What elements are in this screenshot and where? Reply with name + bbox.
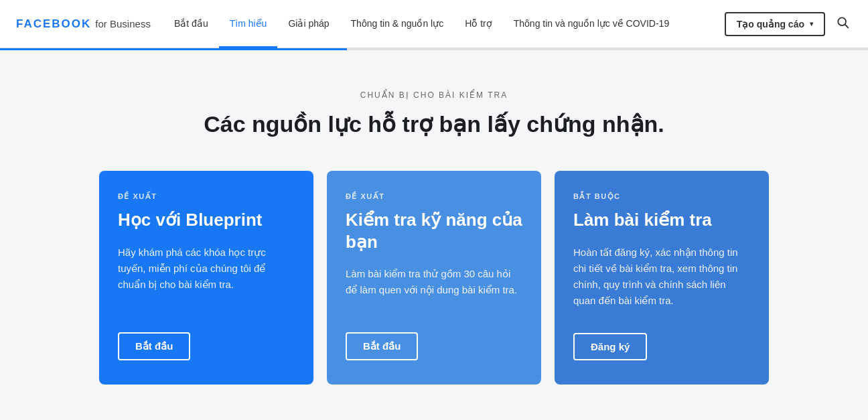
svg-line-1 [845,25,849,28]
card-title-2: Kiểm tra kỹ năng của bạn [346,209,522,253]
page-title: Các nguồn lực hỗ trợ bạn lấy chứng nhận. [16,111,852,137]
main-nav: Bắt đầu Tìm hiểu Giải pháp Thông tin & n… [163,0,725,48]
search-button[interactable] [833,13,852,35]
create-ad-label: Tạo quảng cáo [737,19,804,29]
card-tag-1: ĐỀ XUẤT [118,192,295,201]
nav-item-tim-hieu[interactable]: Tìm hiểu [219,0,278,48]
card-description-1: Hãy khám phá các khóa học trực tuyến, mi… [118,244,295,308]
cards-container: ĐỀ XUẤT Học với Blueprint Hãy khám phá c… [79,171,789,384]
card-tag-3: BẮT BUỘC [573,192,750,201]
nav-item-covid[interactable]: Thông tin và nguồn lực về COVID-19 [503,0,680,48]
nav-item-giai-phap[interactable]: Giải pháp [277,0,340,48]
logo-for-business: for Business [95,18,151,29]
page-subtitle: CHUẨN BỊ CHO BÀI KIỂM TRA [16,90,852,100]
nav-item-thong-tin[interactable]: Thông tin & nguồn lực [340,0,455,48]
card-button-3[interactable]: Đăng ký [573,333,647,360]
chevron-down-icon: ▾ [810,20,813,27]
logo-facebook: FACEBOOK [16,17,91,31]
card-description-2: Làm bài kiểm tra thử gồm 30 câu hỏi để l… [346,266,522,308]
nav-item-ho-tro[interactable]: Hỗ trợ [454,0,503,48]
card-button-1[interactable]: Bắt đầu [118,332,190,360]
card-blueprint: ĐỀ XUẤT Học với Blueprint Hãy khám phá c… [99,171,313,384]
card-title-1: Học với Blueprint [118,209,295,231]
card-tag-2: ĐỀ XUẤT [346,192,522,201]
header: FACEBOOK for Business Bắt đầu Tìm hiểu G… [0,0,868,48]
nav-item-bat-dau[interactable]: Bắt đầu [163,0,219,48]
card-title-3: Làm bài kiểm tra [573,209,750,231]
header-right: Tạo quảng cáo ▾ [725,12,852,36]
main-content: CHUẨN BỊ CHO BÀI KIỂM TRA Các nguồn lực … [0,50,868,420]
card-lam-bai: BẮT BUỘC Làm bài kiểm tra Hoàn tất đăng … [555,171,769,384]
card-kiem-tra: ĐỀ XUẤT Kiểm tra kỹ năng của bạn Làm bài… [327,171,541,384]
create-ad-button[interactable]: Tạo quảng cáo ▾ [725,12,825,36]
card-button-2[interactable]: Bắt đầu [346,332,418,360]
logo-area: FACEBOOK for Business [16,17,163,31]
card-description-3: Hoàn tất đăng ký, xác nhận thông tin chi… [573,244,750,309]
